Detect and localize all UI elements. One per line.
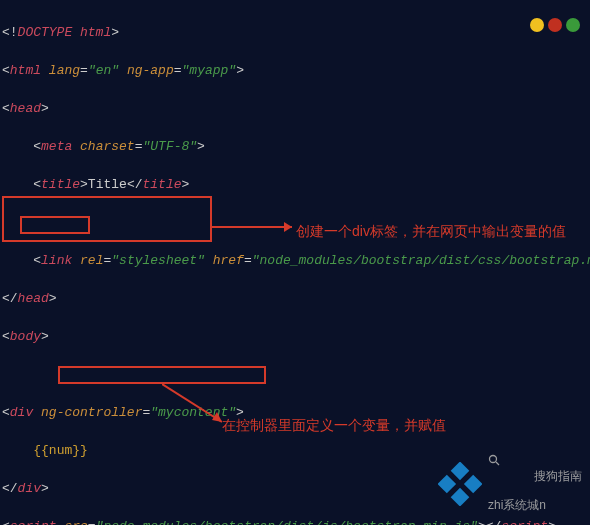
diamond-logo-icon [438, 462, 482, 506]
browser-icon [566, 18, 580, 32]
svg-rect-4 [451, 462, 470, 480]
svg-rect-5 [451, 487, 470, 505]
svg-point-8 [490, 456, 497, 463]
svg-rect-6 [438, 474, 456, 493]
svg-line-9 [496, 462, 499, 465]
opera-icon [548, 18, 562, 32]
code-editor[interactable]: <!DOCTYPE html> <html lang="en" ng-app="… [0, 0, 590, 525]
chrome-icon [530, 18, 544, 32]
watermark-text-2: zhi系统城n [488, 498, 582, 513]
svg-rect-7 [464, 474, 482, 493]
annotation-text-1: 创建一个div标签，并在网页中输出变量的值 [296, 222, 566, 240]
annotation-text-2: 在控制器里面定义一个变量，并赋值 [222, 416, 522, 434]
watermark-text-1: 搜狗指南 [488, 454, 582, 498]
browser-icons [530, 18, 580, 32]
watermark: 搜狗指南 zhi系统城n [438, 454, 582, 513]
search-icon [488, 454, 532, 498]
